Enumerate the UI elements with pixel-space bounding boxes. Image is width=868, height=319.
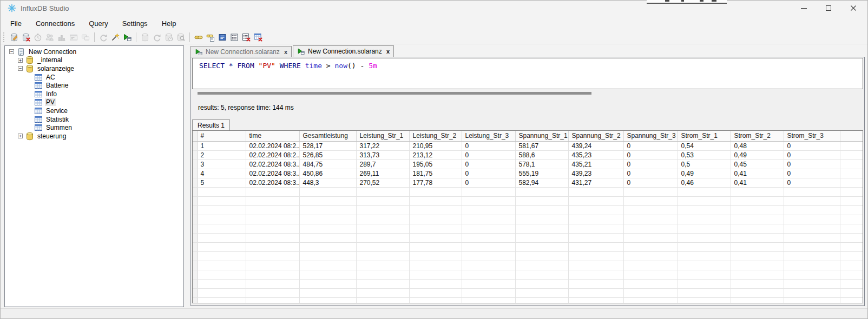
grid-cell[interactable]: 0,48 (731, 141, 784, 150)
link-paste-button[interactable] (205, 31, 216, 43)
grid-cell[interactable]: 431,27 (568, 178, 623, 187)
grid-cell-empty[interactable] (784, 215, 840, 224)
grid-cell[interactable]: 526,85 (299, 150, 356, 160)
grid-cell-empty[interactable] (623, 261, 678, 270)
grid-cell-empty[interactable] (840, 251, 863, 261)
grid-cell-empty[interactable] (784, 196, 840, 205)
menu-item-file[interactable]: File (5, 17, 27, 30)
column-header-leistung-str-2[interactable]: Leistung_Str_2 (409, 131, 462, 141)
grid-cell-empty[interactable] (623, 233, 678, 242)
grid-cell-empty[interactable] (246, 270, 299, 279)
grid-cell-empty[interactable] (678, 261, 731, 270)
tab-close-icon[interactable]: x (386, 48, 390, 55)
query-tab-2[interactable]: New Connection.solaranzeigex (293, 45, 394, 57)
empty-table-row[interactable] (193, 215, 863, 224)
grid-cell-empty[interactable] (356, 196, 409, 205)
grid-cell-empty[interactable] (356, 215, 409, 224)
grid-cell[interactable]: 555,19 (515, 169, 568, 178)
grid-cell-empty[interactable] (197, 288, 246, 297)
empty-table-row[interactable] (193, 205, 863, 215)
grid-cell-empty[interactable] (299, 215, 356, 224)
grid-cell[interactable]: 0 (623, 178, 678, 187)
grid-cell-empty[interactable] (678, 279, 731, 288)
grid-cell-empty[interactable] (623, 205, 678, 215)
grid-cell-empty[interactable] (197, 242, 246, 251)
column-header--[interactable]: # (197, 131, 246, 141)
grid-cell-empty[interactable] (299, 270, 356, 279)
grid-cell-empty[interactable] (409, 224, 462, 233)
grid-cell-empty[interactable] (623, 242, 678, 251)
row-header-cell[interactable] (193, 160, 197, 169)
tree-item-steuerung[interactable]: +steuerung (5, 132, 183, 141)
grid-cell-empty[interactable] (197, 261, 246, 270)
empty-table-row[interactable] (193, 196, 863, 205)
grid-cell-empty[interactable] (409, 233, 462, 242)
grid-cell-empty[interactable] (462, 297, 515, 303)
grid-cell-empty[interactable] (568, 261, 623, 270)
row-header-cell[interactable] (193, 288, 197, 297)
grid-cell-empty[interactable] (515, 224, 568, 233)
query-editor[interactable]: SELECT * FROM "PV" WHERE time > now() - … (192, 58, 863, 89)
row-header-cell[interactable] (193, 242, 197, 251)
grid-cell[interactable]: 3 (197, 160, 246, 169)
grid-cell-empty[interactable] (356, 242, 409, 251)
column-header-spannung-str-2[interactable]: Spannung_Str_2 (568, 131, 623, 141)
grid-cell-empty[interactable] (356, 270, 409, 279)
grid-cell-empty[interactable] (515, 187, 568, 196)
row-header-cell[interactable] (193, 297, 197, 303)
grid-cell-empty[interactable] (623, 288, 678, 297)
grid-cell-empty[interactable] (409, 279, 462, 288)
grid-cell[interactable]: 0,41 (731, 178, 784, 187)
grid-cell-empty[interactable] (246, 297, 299, 303)
grid-cell-empty[interactable] (356, 279, 409, 288)
tree-item-info[interactable]: Info (5, 90, 183, 98)
grid-cell-empty[interactable] (568, 288, 623, 297)
minimize-button[interactable] (791, 0, 816, 16)
grid-cell-empty[interactable] (568, 279, 623, 288)
grid-cell[interactable]: 450,86 (299, 169, 356, 178)
grid-cell-empty[interactable] (462, 242, 515, 251)
grid-cell-empty[interactable] (568, 297, 623, 303)
tree-item-solaranzeige[interactable]: −solaranzeige (5, 64, 183, 73)
grid-cell-empty[interactable] (409, 251, 462, 261)
grid-cell-empty[interactable] (840, 215, 863, 224)
grid-cell-empty[interactable] (731, 196, 784, 205)
grid-cell-empty[interactable] (246, 279, 299, 288)
grid-cell[interactable]: 4 (197, 169, 246, 178)
grid-cell-empty[interactable] (568, 215, 623, 224)
grid-cell-empty[interactable] (299, 224, 356, 233)
menu-item-help[interactable]: Help (157, 17, 181, 30)
grid-cell-empty[interactable] (840, 196, 863, 205)
grid-cell-empty[interactable] (678, 224, 731, 233)
grid-cell-empty[interactable] (840, 205, 863, 215)
grid-cell-empty[interactable] (515, 196, 568, 205)
grid-cell-empty[interactable] (197, 270, 246, 279)
grid-cell-empty[interactable] (299, 242, 356, 251)
grid-cell-empty[interactable] (731, 215, 784, 224)
grid-cell-empty[interactable] (356, 187, 409, 196)
grid-cell-empty[interactable] (299, 187, 356, 196)
row-header-cell[interactable] (193, 224, 197, 233)
grid-cell-empty[interactable] (356, 205, 409, 215)
grid-cell[interactable]: 317,22 (356, 141, 409, 150)
column-header-strom-str-2[interactable]: Strom_Str_2 (731, 131, 784, 141)
toolbar-grip-handle[interactable] (3, 32, 5, 42)
grid-cell-empty[interactable] (356, 224, 409, 233)
grid-cell[interactable]: 0,53 (678, 150, 731, 160)
grid-cell-empty[interactable] (731, 261, 784, 270)
grid-cell-empty[interactable] (299, 205, 356, 215)
grid-cell-empty[interactable] (462, 205, 515, 215)
grid-cell-empty[interactable] (246, 196, 299, 205)
grid-cell-empty[interactable] (462, 224, 515, 233)
grid-cell-empty[interactable] (246, 233, 299, 242)
grid-cell-empty[interactable] (246, 288, 299, 297)
grid-cell[interactable]: 1 (197, 141, 246, 150)
grid-cell-empty[interactable] (784, 233, 840, 242)
grid-cell[interactable]: 269,11 (356, 169, 409, 178)
grid-cell-empty[interactable] (784, 270, 840, 279)
grid-cell-empty[interactable] (840, 261, 863, 270)
grid-cell-empty[interactable] (840, 279, 863, 288)
table-delete-button[interactable] (252, 31, 264, 43)
grid-cell-empty[interactable] (678, 205, 731, 215)
table-row[interactable]: 502.02.2024 08:3...448,3270,52177,780582… (193, 178, 863, 187)
